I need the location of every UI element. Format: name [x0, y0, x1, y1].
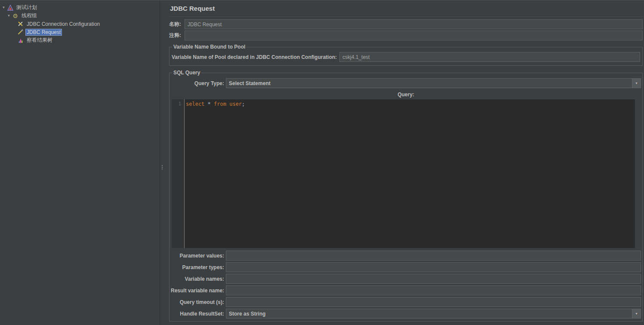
name-input[interactable]	[185, 19, 643, 29]
pool-variable-input[interactable]	[339, 52, 640, 62]
query-timeout-label: Query timeout (s):	[171, 299, 224, 305]
tree-item-label: JDBC Connection Configuration	[25, 21, 101, 28]
tree-item-label: JDBC Request	[25, 29, 62, 36]
tree-item-label: 线程组	[20, 12, 38, 20]
jdbc-connection-config-icon	[17, 21, 24, 28]
parameter-types-input[interactable]	[226, 262, 641, 272]
line-number: 1	[178, 101, 181, 107]
tree-item-test-plan[interactable]: ▼ 测试计划	[0, 3, 160, 12]
variable-names-row: Variable names:	[171, 274, 641, 284]
line-number-gutter: 1	[172, 99, 184, 248]
pool-row: Variable Name of Pool declared in JDBC C…	[171, 52, 641, 63]
query-timeout-row: Query timeout (s):	[171, 297, 641, 307]
sql-code-line: select * from user;	[186, 101, 635, 107]
variable-names-label: Variable names:	[171, 276, 224, 282]
comments-row: 注释:	[169, 31, 643, 40]
comments-input[interactable]	[185, 31, 643, 40]
query-type-label: Query Type:	[171, 80, 224, 86]
test-plan-icon	[6, 4, 14, 11]
page-title: JDBC Request	[170, 5, 215, 12]
parameter-values-input[interactable]	[226, 251, 641, 261]
jdbc-request-icon	[17, 29, 24, 36]
query-type-value: Select Statement	[226, 79, 632, 88]
pool-variable-label: Variable Name of Pool declared in JDBC C…	[172, 54, 337, 60]
tree-item-thread-group[interactable]: ▼ ⚙ 线程组	[0, 12, 160, 20]
query-type-row: Query Type: Select Statement ▼	[171, 78, 641, 88]
test-plan-tree: ▼ 测试计划 ▼ ⚙ 线程组 JDBC Connection Co	[0, 0, 160, 325]
handle-resultset-label: Handle ResultSet:	[171, 311, 224, 317]
tree-item-label: 察看结果树	[25, 36, 54, 44]
parameter-values-row: Parameter values:	[171, 251, 641, 261]
panel-splitter[interactable]	[160, 0, 164, 325]
sql-query-editor[interactable]: 1 select * from user;	[172, 99, 635, 248]
sql-code-area[interactable]: select * from user;	[185, 99, 635, 248]
tree-item-view-results-tree[interactable]: 察看结果树	[0, 36, 160, 44]
parameter-types-label: Parameter types:	[171, 264, 224, 270]
panel-header: JDBC Request	[169, 0, 643, 17]
chevron-down-icon[interactable]: ▼	[632, 79, 641, 88]
result-variable-name-label: Result variable name:	[171, 288, 224, 294]
parameter-types-row: Parameter types:	[171, 262, 641, 272]
handle-resultset-row: Handle ResultSet: Store as String ▼	[171, 309, 641, 319]
name-row: 名称:	[169, 19, 643, 29]
pool-group: Variable Name Bound to Pool Variable Nam…	[169, 44, 643, 66]
handle-resultset-select[interactable]: Store as String ▼	[226, 309, 641, 319]
tree-item-jdbc-request[interactable]: JDBC Request	[0, 28, 160, 36]
expand-collapse-icon[interactable]: ▼	[6, 14, 12, 18]
expand-collapse-icon[interactable]: ▼	[1, 6, 6, 9]
pool-group-title: Variable Name Bound to Pool	[172, 44, 247, 50]
tree-item-jdbc-connection-configuration[interactable]: JDBC Connection Configuration	[0, 20, 160, 28]
name-label: 名称:	[169, 21, 181, 28]
splitter-grip-icon[interactable]	[161, 165, 163, 169]
handle-resultset-value: Store as String	[226, 309, 632, 318]
sql-query-group-title: SQL Query	[172, 70, 201, 76]
variable-names-input[interactable]	[226, 274, 641, 284]
chevron-down-icon[interactable]: ▼	[632, 309, 641, 318]
parameter-values-label: Parameter values:	[171, 253, 224, 259]
query-type-select[interactable]: Select Statement ▼	[226, 78, 641, 88]
result-variable-name-input[interactable]	[226, 285, 641, 295]
jdbc-request-panel: JDBC Request 名称: 注释: Variable Name Bound…	[164, 0, 644, 325]
thread-group-gear-icon: ⚙	[12, 12, 19, 19]
sql-query-group: SQL Query Query Type: Select Statement ▼…	[169, 70, 643, 322]
result-variable-name-row: Result variable name:	[171, 285, 641, 295]
comments-label: 注释:	[169, 32, 181, 39]
tree-item-label: 测试计划	[15, 3, 38, 12]
view-results-tree-icon	[17, 37, 24, 44]
jmeter-window: ▼ 测试计划 ▼ ⚙ 线程组 JDBC Connection Co	[0, 0, 644, 325]
query-label: Query:	[171, 92, 641, 98]
query-timeout-input[interactable]	[226, 297, 641, 307]
